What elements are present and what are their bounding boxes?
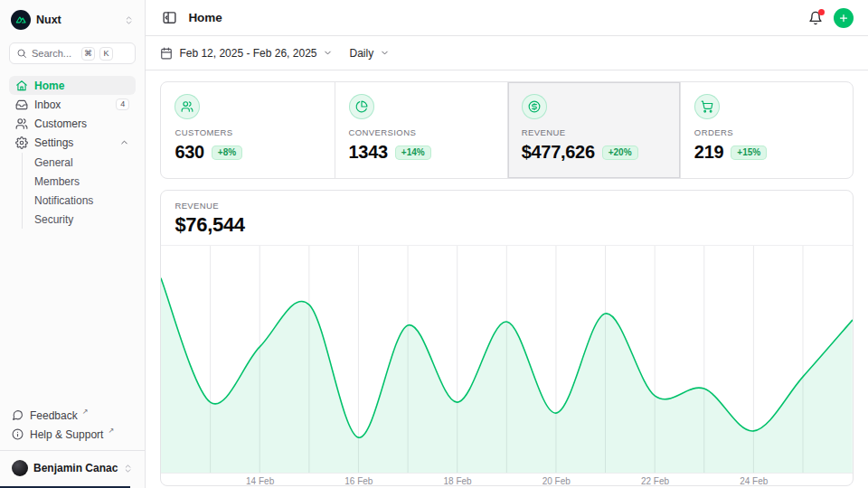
search-input[interactable] <box>32 48 77 59</box>
chevron-down-icon <box>323 48 333 58</box>
sidebar-item-label: Settings <box>34 136 113 149</box>
app-window: Nuxt ⌘ K Home Inbox 4 Customers <box>0 0 868 488</box>
stat-label: REVENUE <box>522 127 666 137</box>
chart-title: REVENUE <box>175 201 839 211</box>
kbd-meta: ⌘ <box>81 47 95 61</box>
stat-delta-badge: +20% <box>602 145 638 160</box>
users-icon <box>15 117 28 130</box>
stat-value: $477,626 <box>522 142 595 163</box>
date-range-button[interactable]: Feb 12, 2025 - Feb 26, 2025 <box>160 47 333 60</box>
sidebar-item-settings[interactable]: Settings <box>9 133 136 152</box>
circle-dollar-icon <box>528 100 541 113</box>
settings-submenu: General Members Notifications Security <box>22 153 136 229</box>
workspace-name: Nuxt <box>36 14 118 26</box>
stat-value: 219 <box>694 142 723 163</box>
sidebar-item-general[interactable]: General <box>31 153 136 172</box>
stat-label: ORDERS <box>694 127 839 137</box>
sidebar-item-notifications[interactable]: Notifications <box>31 191 136 210</box>
stat-delta-badge: +8% <box>212 145 242 160</box>
stat-card-revenue[interactable]: REVENUE $477,626 +20% <box>507 82 680 178</box>
chat-bubble-icon <box>12 409 24 421</box>
stat-label: CUSTOMERS <box>175 127 320 137</box>
chart-header: REVENUE $76,544 <box>161 191 853 246</box>
x-tick-label: 24 Feb <box>740 476 768 486</box>
inbox-count-badge: 4 <box>116 99 129 110</box>
user-menu-button[interactable]: Benjamin Canac <box>9 455 136 481</box>
notification-dot <box>818 9 825 15</box>
stats-row: CUSTOMERS 630 +8% CONVERSIONS 1343 +14% <box>160 81 854 179</box>
sidebar-item-label: Customers <box>34 117 129 130</box>
sidebar-item-home[interactable]: Home <box>9 76 136 95</box>
x-axis: 14 Feb 16 Feb 18 Feb 20 Feb 22 Feb 24 Fe… <box>161 474 853 485</box>
footer-link-label: Help & Support <box>30 428 103 441</box>
sidebar-divider <box>0 450 145 451</box>
help-support-link[interactable]: Help & Support ↗ <box>9 425 136 444</box>
stat-delta-badge: +14% <box>395 145 431 160</box>
granularity-label: Daily <box>349 47 373 60</box>
stat-value: 630 <box>175 142 203 163</box>
x-tick-label: 18 Feb <box>444 476 472 486</box>
sidebar-item-security[interactable]: Security <box>31 210 136 229</box>
users-icon <box>181 100 193 113</box>
sidebar-item-customers[interactable]: Customers <box>9 114 136 133</box>
sidebar-item-members[interactable]: Members <box>31 172 136 191</box>
footer-link-label: Feedback <box>30 409 78 422</box>
sidebar-spacer <box>9 229 136 406</box>
info-circle-icon <box>12 428 24 440</box>
pie-chart-icon <box>355 100 368 113</box>
panel-left-close-icon <box>162 10 177 25</box>
calendar-icon <box>160 47 173 60</box>
user-name: Benjamin Canac <box>33 462 118 474</box>
x-tick-label: 14 Feb <box>246 476 274 486</box>
stat-value: 1343 <box>349 142 388 163</box>
sidebar-nav: Home Inbox 4 Customers Settings General … <box>9 76 136 229</box>
stat-delta-badge: +15% <box>731 145 767 160</box>
search-icon <box>16 48 27 59</box>
external-link-icon: ↗ <box>108 427 114 435</box>
plus-icon <box>838 13 849 23</box>
sidebar-item-label: Inbox <box>34 99 109 111</box>
search-input-wrap[interactable]: ⌘ K <box>9 42 136 64</box>
notifications-button[interactable] <box>807 9 825 27</box>
feedback-link[interactable]: Feedback ↗ <box>9 406 136 425</box>
stat-label: CONVERSIONS <box>349 127 494 137</box>
kbd-k: K <box>99 47 113 61</box>
chart-canvas <box>161 246 853 474</box>
page-title: Home <box>188 11 222 24</box>
chart-current-value: $76,544 <box>175 213 839 237</box>
sidebar-item-inbox[interactable]: Inbox 4 <box>9 95 136 114</box>
x-tick-label: 22 Feb <box>641 476 669 486</box>
user-avatar <box>12 460 28 476</box>
stat-card-orders[interactable]: ORDERS 219 +15% <box>680 82 853 178</box>
external-link-icon: ↗ <box>82 408 89 416</box>
sidebar-item-label: Home <box>34 80 129 92</box>
workspace-selector[interactable]: Nuxt <box>9 9 136 31</box>
inbox-icon <box>15 99 28 111</box>
main-area: Home Feb 12, 2025 - Feb 26, 2025 Daily <box>146 0 868 488</box>
chevron-up-icon <box>119 137 129 147</box>
dashboard-content: CUSTOMERS 630 +8% CONVERSIONS 1343 +14% <box>146 70 868 488</box>
stat-card-conversions[interactable]: CONVERSIONS 1343 +14% <box>335 82 507 178</box>
nuxt-logo-icon <box>11 10 31 30</box>
add-new-button[interactable] <box>834 8 854 28</box>
x-tick-label: 20 Feb <box>542 476 571 486</box>
revenue-area-chart[interactable] <box>161 246 853 474</box>
gear-icon <box>15 136 28 149</box>
x-tick-label: 16 Feb <box>344 476 373 486</box>
chevron-up-down-icon <box>123 464 133 474</box>
cart-icon <box>701 100 713 113</box>
granularity-select[interactable]: Daily <box>349 47 390 60</box>
collapse-sidebar-button[interactable] <box>160 8 179 27</box>
chevron-down-icon <box>380 48 390 58</box>
chevron-up-down-icon <box>124 15 134 25</box>
sidebar: Nuxt ⌘ K Home Inbox 4 Customers <box>0 0 146 488</box>
home-icon <box>15 80 28 92</box>
stat-card-customers[interactable]: CUSTOMERS 630 +8% <box>161 82 334 178</box>
revenue-chart-card: REVENUE $76,544 14 Feb 16 Feb 18 Feb 20 … <box>160 190 854 486</box>
date-range-label: Feb 12, 2025 - Feb 26, 2025 <box>179 47 316 60</box>
filters-toolbar: Feb 12, 2025 - Feb 26, 2025 Daily <box>146 36 868 70</box>
page-header: Home <box>146 0 868 36</box>
